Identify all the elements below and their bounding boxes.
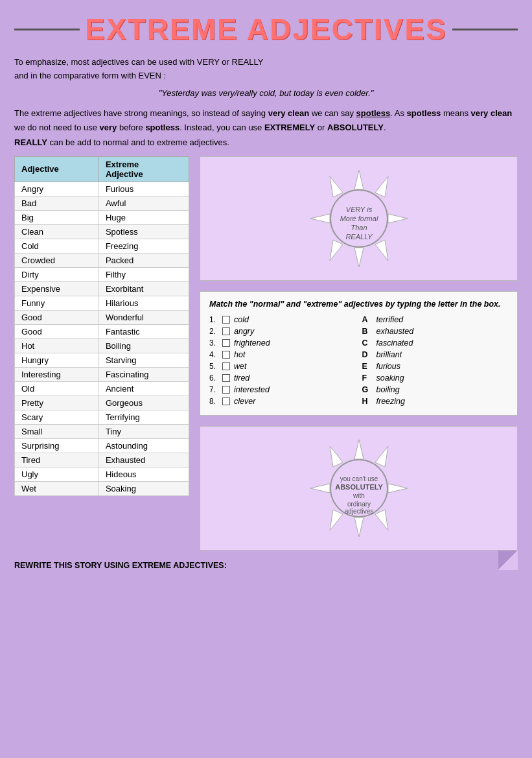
- match-checkbox[interactable]: [222, 316, 230, 324]
- table-row: GoodFantastic: [15, 324, 189, 338]
- table-row: WetSoaking: [15, 481, 189, 495]
- match-left-item: 7. interested: [209, 384, 356, 396]
- col-header-extreme: ExtremeAdjective: [98, 156, 189, 182]
- table-row: ExpensiveExorbitant: [15, 281, 189, 296]
- right-side: VERY is More formal Than REALLY Match th…: [200, 156, 518, 551]
- table-row: DirtyFilthy: [15, 267, 189, 281]
- svg-marker-20: [330, 446, 343, 467]
- table-row: GoodWonderful: [15, 310, 189, 324]
- col-header-adjective: Adjective: [15, 156, 99, 182]
- rewrite-label: REWRITE THIS STORY USING EXTREME ADJECTI…: [14, 561, 518, 570]
- sun1-container: VERY is More formal Than REALLY: [200, 156, 518, 281]
- match-right-item: F soaking: [362, 372, 509, 384]
- adjective-table: Adjective ExtremeAdjective AngryFuriousB…: [14, 156, 189, 496]
- svg-marker-13: [354, 440, 364, 459]
- svg-text:ABSOLUTELY: ABSOLUTELY: [335, 483, 383, 491]
- match-right-item: C fascinated: [362, 337, 509, 349]
- match-checkbox[interactable]: [222, 327, 230, 335]
- match-left-item: 2. angry: [209, 326, 356, 337]
- page-title: EXTREME ADJECTIVES: [80, 12, 452, 47]
- svg-marker-16: [375, 510, 388, 530]
- match-left-item: 8. clever: [209, 396, 356, 407]
- svg-marker-3: [375, 240, 388, 261]
- svg-marker-15: [388, 484, 408, 493]
- table-row: SurprisingAstounding: [15, 438, 189, 453]
- match-right-item: E furious: [362, 361, 509, 372]
- table-row: ScaryTerrifying: [15, 410, 189, 424]
- svg-marker-14: [375, 446, 388, 467]
- svg-marker-2: [388, 214, 408, 223]
- svg-marker-17: [354, 517, 364, 537]
- svg-text:REALLY: REALLY: [345, 233, 373, 241]
- intro-quote: "Yesterday was very/really cold, but tod…: [14, 87, 518, 101]
- intro-line1: To emphasize, most adjectives can be use…: [14, 56, 518, 69]
- svg-text:More formal: More formal: [340, 215, 378, 222]
- table-row: OldAncient: [15, 381, 189, 396]
- match-checkbox[interactable]: [222, 339, 230, 347]
- svg-marker-0: [354, 170, 364, 189]
- table-row: SmallTiny: [15, 424, 189, 438]
- svg-marker-6: [310, 214, 330, 223]
- corner-fold: [498, 551, 518, 570]
- title-line-right: [452, 29, 518, 30]
- svg-marker-18: [330, 510, 343, 530]
- table-row: TiredExhausted: [15, 453, 189, 467]
- sun2-graphic: you can't use ABSOLUTELY with ordinary a…: [304, 433, 414, 543]
- sun2-container: you can't use ABSOLUTELY with ordinary a…: [200, 426, 518, 551]
- svg-marker-5: [330, 240, 343, 261]
- match-title: Match the "normal" and "extreme" adjecti…: [209, 300, 508, 309]
- svg-marker-7: [330, 176, 343, 197]
- table-row: InterestingFascinating: [15, 367, 189, 381]
- match-right-item: A terrified: [362, 314, 509, 326]
- match-left-item: 5. wet: [209, 361, 356, 372]
- title-line-left: [14, 29, 80, 30]
- table-row: ColdFreezing: [15, 239, 189, 253]
- match-checkbox[interactable]: [222, 397, 230, 405]
- title-bar: EXTREME ADJECTIVES: [14, 12, 518, 47]
- svg-text:you can't use: you can't use: [340, 475, 378, 482]
- svg-text:Than: Than: [351, 224, 367, 231]
- svg-text:adjectives: adjectives: [344, 508, 373, 515]
- table-row: HotBoiling: [15, 338, 189, 353]
- intro-line2: and in the comparative form with EVEN :: [14, 69, 518, 83]
- table-row: UglyHideous: [15, 467, 189, 481]
- match-left-item: 3. frightened: [209, 337, 356, 349]
- match-checkbox[interactable]: [222, 362, 230, 370]
- match-checkbox[interactable]: [222, 351, 230, 359]
- table-row: AngryFurious: [15, 182, 189, 196]
- match-right-item: D brilliant: [362, 349, 509, 361]
- table-row: FunnyHilarious: [15, 296, 189, 310]
- match-checkbox[interactable]: [222, 386, 230, 394]
- svg-text:ordinary: ordinary: [347, 501, 370, 508]
- match-right-item: G boiling: [362, 384, 509, 396]
- rewrite-section: REWRITE THIS STORY USING EXTREME ADJECTI…: [14, 561, 518, 570]
- table-row: HungryStarving: [15, 353, 189, 367]
- sun1-graphic: VERY is More formal Than REALLY: [304, 163, 414, 274]
- table-row: CrowdedPacked: [15, 253, 189, 267]
- table-row: BigHuge: [15, 210, 189, 224]
- intro-section: To emphasize, most adjectives can be use…: [14, 56, 518, 150]
- match-right-item: H freezing: [362, 396, 509, 407]
- table-row: BadAwful: [15, 196, 189, 210]
- svg-marker-4: [354, 248, 364, 267]
- match-checkbox[interactable]: [222, 374, 230, 382]
- match-left-item: 6. tired: [209, 372, 356, 384]
- match-left-item: 4. hot: [209, 349, 356, 361]
- svg-marker-19: [310, 484, 330, 493]
- match-box: Match the "normal" and "extreme" adjecti…: [200, 291, 518, 416]
- svg-text:VERY is: VERY is: [345, 206, 372, 213]
- adjective-table-wrap: Adjective ExtremeAdjective AngryFuriousB…: [14, 156, 189, 496]
- match-right-item: B exhausted: [362, 326, 509, 337]
- match-grid: 1. cold 2. angry 3. frightened 4. hot 5.…: [209, 314, 508, 407]
- match-left-item: 1. cold: [209, 314, 356, 326]
- intro-explanation: The extreme adjectives have strong meani…: [14, 106, 518, 149]
- svg-marker-1: [375, 176, 388, 197]
- table-row: CleanSpotless: [15, 224, 189, 239]
- table-row: PrettyGorgeous: [15, 396, 189, 410]
- main-content: Adjective ExtremeAdjective AngryFuriousB…: [14, 156, 518, 551]
- svg-text:with: with: [353, 492, 365, 499]
